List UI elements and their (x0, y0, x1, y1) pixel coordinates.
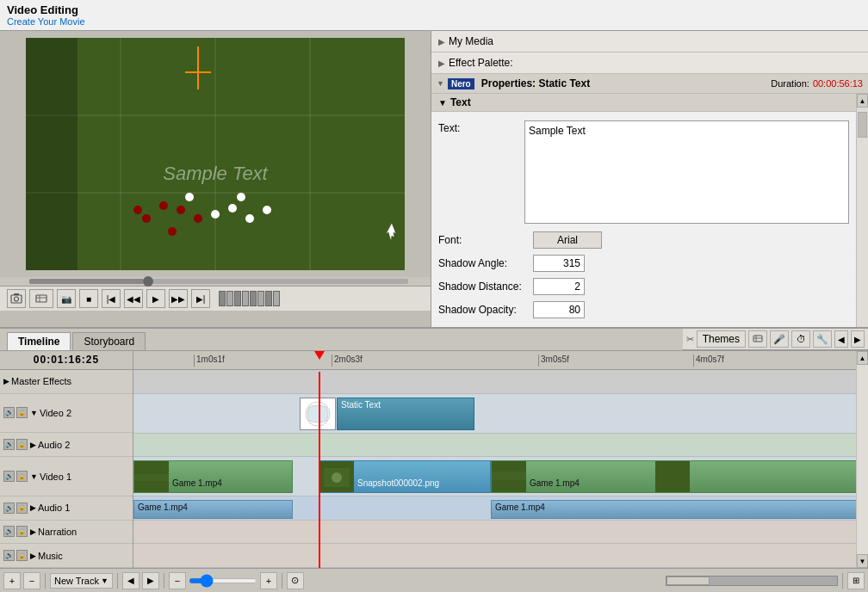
text-input[interactable]: Sample Text (524, 120, 849, 224)
duration-value: 00:00:56:13 (813, 78, 863, 89)
audio1-lock[interactable]: 🔒 (16, 503, 28, 514)
ruler-mark-4: 4m0s7f (693, 355, 724, 367)
scroll-thumb[interactable] (858, 112, 867, 138)
wrench-button[interactable]: 🔧 (813, 330, 832, 348)
playback-scrubber[interactable] (29, 279, 408, 284)
app-subtitle[interactable]: Create Your Movie (7, 16, 861, 27)
font-select-button[interactable]: Arial (533, 231, 602, 249)
audio1-expand[interactable]: ▶ (30, 503, 36, 512)
camera-button[interactable]: 📷 (57, 289, 76, 308)
clip-audio1-first[interactable]: Game 1.mp4 (133, 500, 293, 519)
audio1-mute[interactable]: 🔊 (3, 503, 15, 514)
effect-palette-section[interactable]: ▶ Effect Palette: (431, 52, 868, 74)
video1-track[interactable]: Game 1.mp4 Snapshot000002.png (133, 457, 856, 496)
video1-mute[interactable]: 🔊 (3, 471, 15, 482)
audio2-track[interactable] (133, 434, 856, 458)
shadow-opacity-input[interactable] (533, 301, 585, 318)
fit-view-button[interactable]: ⊞ (847, 572, 865, 589)
go-to-end-button[interactable]: ▶| (191, 289, 210, 308)
timeline-panel: Timeline Storyboard ✂ Themes 🎤 ⏱ 🔧 ◀ ▶ (0, 327, 868, 592)
zoom-in-button[interactable]: + (260, 572, 277, 589)
narration-label: Narration (38, 527, 77, 537)
master-expand[interactable]: ▶ (3, 377, 9, 385)
new-track-button[interactable]: New Track ▼ (50, 573, 113, 589)
video2-lock[interactable]: 🔒 (16, 407, 28, 418)
music-mute[interactable]: 🔊 (3, 550, 15, 561)
tab-timeline[interactable]: Timeline (7, 332, 71, 350)
video2-mute[interactable]: 🔊 (3, 407, 15, 418)
scroll-to-playhead[interactable]: ⊙ (287, 572, 304, 589)
go-to-start-button[interactable]: |◀ (102, 289, 121, 308)
master-effects-track[interactable] (133, 370, 856, 394)
timeline-scrollbar[interactable]: ▲ ▼ (856, 351, 868, 568)
stop-button[interactable]: ■ (79, 289, 98, 308)
clock-button[interactable]: ⏱ (791, 330, 810, 348)
svg-point-14 (142, 214, 151, 223)
track-labels: 00:01:16:25 ▶ Master Effects 🔊 🔒 ▼ Video… (0, 351, 133, 568)
svg-rect-34 (134, 474, 169, 481)
music-track[interactable] (133, 544, 856, 568)
narration-lock[interactable]: 🔒 (16, 526, 28, 537)
music-lock[interactable]: 🔒 (16, 550, 28, 561)
track-label-audio2: 🔊 🔒 ▶ Audio 2 (0, 433, 133, 457)
text-section-header[interactable]: ▼ Text (431, 94, 856, 112)
shadow-dist-input[interactable] (533, 278, 585, 295)
microphone-button[interactable]: 🎤 (770, 330, 789, 348)
frame-fwd-button[interactable]: ▶▶ (169, 289, 188, 308)
snapshot-button[interactable] (7, 289, 26, 308)
video2-expand[interactable]: ▼ (30, 409, 38, 417)
new-track-dropdown-arrow: ▼ (101, 577, 108, 585)
timeline-settings-button[interactable] (748, 330, 767, 348)
music-expand[interactable]: ▶ (30, 552, 36, 560)
narration-track[interactable] (133, 521, 856, 545)
audio1-track[interactable]: Game 1.mp4 Game 1.mp4 (133, 496, 856, 521)
add-item-button[interactable]: + (3, 572, 21, 589)
clip-logo[interactable] (300, 398, 336, 430)
horizontal-scrollbar[interactable] (666, 576, 838, 586)
scrubber-thumb[interactable] (143, 276, 153, 287)
zoom-out-button[interactable]: − (169, 572, 186, 589)
timeline-collapse-right[interactable]: ▶ (851, 330, 865, 348)
audio2-expand[interactable]: ▶ (30, 441, 36, 449)
track-label-audio1: 🔊 🔒 ▶ Audio 1 (0, 496, 133, 521)
scroll-up-button[interactable]: ▲ (857, 94, 868, 108)
frame-back-button[interactable]: ◀◀ (124, 289, 143, 308)
timeline-collapse-left[interactable]: ◀ (834, 330, 848, 348)
themes-button[interactable]: Themes (697, 330, 746, 348)
narration-expand[interactable]: ▶ (30, 527, 36, 536)
narration-mute[interactable]: 🔊 (3, 526, 15, 537)
my-media-section[interactable]: ▶ My Media (431, 31, 868, 52)
properties-scrollbar[interactable]: ▲ ▼ (856, 94, 868, 358)
video1-lock[interactable]: 🔒 (16, 471, 28, 482)
clip-static-text[interactable]: Static Text (337, 398, 474, 430)
text-section-label: Text (450, 96, 471, 108)
shadow-angle-input[interactable] (533, 255, 585, 272)
video1-expand[interactable]: ▼ (30, 472, 38, 481)
remove-item-button[interactable]: − (23, 572, 40, 589)
timeline-scroll-down[interactable]: ▼ (857, 554, 868, 568)
play-button[interactable]: ▶ (146, 289, 165, 308)
collapse-arrow[interactable]: ▼ (437, 79, 444, 88)
horizontal-scroll-thumb[interactable] (666, 577, 710, 585)
nav-right-button[interactable]: ▶ (142, 572, 159, 589)
timeline-scroll-up[interactable]: ▲ (857, 351, 868, 365)
clip-game1-second[interactable]: Game 1.mp4 (491, 460, 856, 493)
tab-storyboard[interactable]: Storyboard (72, 332, 146, 350)
svg-rect-40 (655, 461, 690, 493)
audio2-lock[interactable]: 🔒 (16, 439, 28, 450)
shadow-dist-label: Shadow Distance: (438, 281, 533, 293)
shadow-dist-row: Shadow Distance: (431, 275, 856, 299)
nav-left-button[interactable]: ◀ (122, 572, 140, 589)
ruler-mark-2: 2m0s3f (332, 355, 363, 367)
font-label: Font: (438, 234, 533, 246)
clip-snapshot[interactable]: Snapshot000002.png (319, 460, 491, 493)
clip-audio1-second[interactable]: Game 1.mp4 (491, 500, 856, 519)
settings-button[interactable] (29, 289, 53, 308)
clip-game1-first[interactable]: Game 1.mp4 (133, 460, 293, 493)
video2-track[interactable]: Static Text (133, 394, 856, 434)
svg-rect-29 (753, 336, 762, 342)
separator3 (164, 573, 164, 589)
audio2-mute[interactable]: 🔊 (3, 439, 15, 450)
svg-point-15 (168, 227, 177, 236)
zoom-slider[interactable] (189, 578, 257, 583)
